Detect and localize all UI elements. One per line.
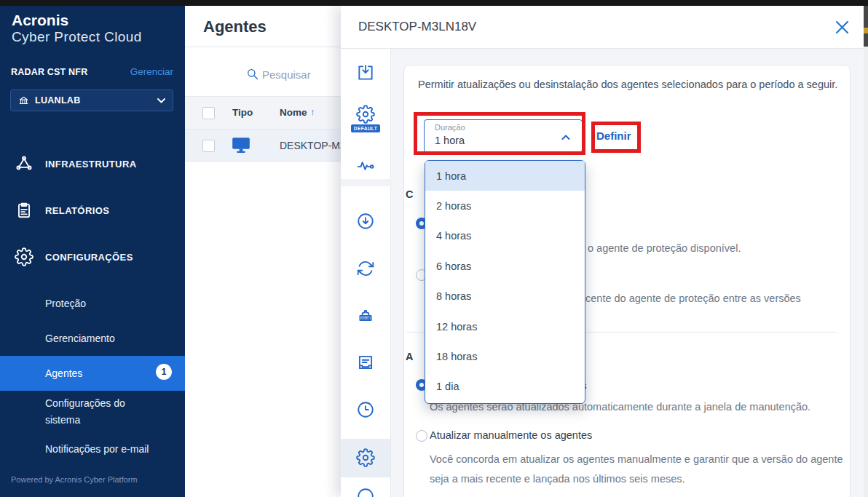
- brand-acronis: Acronis: [12, 12, 68, 29]
- duration-dropdown-list: 1 hora 2 horas 4 horas 6 horas 8 horas 1…: [425, 160, 585, 404]
- clipboard-icon: [15, 201, 33, 220]
- scrollbar-thumb[interactable]: [864, 6, 868, 47]
- sidebar-item-notificacoes-por-email[interactable]: Notificações por e-mail: [0, 438, 185, 460]
- table-header: Tipo Nome ↑: [185, 96, 341, 130]
- log-report-icon[interactable]: [356, 353, 375, 372]
- sidebar-item-infraestrutura[interactable]: INFRAESTRUTURA: [0, 151, 185, 176]
- dropdown-option-2-horas[interactable]: 2 horas: [425, 191, 585, 220]
- option1-description-fragment: o agente de proteção disponível.: [588, 242, 741, 254]
- sidebar-item-label: Gerenciamento: [45, 330, 115, 347]
- building-icon: [18, 95, 29, 106]
- hidden-section-heading-fragment: A: [406, 351, 413, 362]
- acronis-cyber-protect-screen: Acronis Cyber Protect Cloud RADAR CST NF…: [0, 0, 868, 497]
- sidebar-item-configuracoes[interactable]: CONFIGURAÇÕES: [0, 244, 185, 269]
- page-title: Agentes: [203, 17, 267, 36]
- powered-by-footer: Powered by Acronis Cyber Platform: [11, 475, 138, 484]
- option2-description-fragment: cente do agente de proteção entre as ver…: [585, 293, 801, 304]
- schedule-clock-icon[interactable]: [356, 400, 375, 419]
- count-badge: 1: [156, 364, 172, 380]
- sidebar-item-label: RELATÓRIOS: [45, 205, 109, 216]
- flyout-body: Permitir atualizações ou desinstalação d…: [391, 49, 868, 497]
- agent-update-settings-card: Permitir atualizações ou desinstalação d…: [403, 65, 851, 497]
- dropdown-option-12-horas[interactable]: 12 horas: [425, 311, 585, 341]
- column-header-tipo: Tipo: [232, 107, 253, 118]
- manual-update-label[interactable]: Atualizar manualmente os agentes: [430, 429, 592, 441]
- duration-label: Duração: [435, 123, 465, 132]
- flyout-toolbar: DEFAULT: [341, 49, 391, 497]
- agents-list-panel: Agentes Tipo Nome ↑ DESKTOP-M3LN18V: [185, 6, 341, 497]
- default-badge: DEFAULT: [351, 124, 380, 132]
- install-agent-icon[interactable]: [356, 63, 375, 82]
- dropdown-option-4-horas[interactable]: 4 horas: [425, 221, 585, 251]
- dropdown-option-1-hora[interactable]: 1 hora: [425, 161, 585, 191]
- sidebar-item-label: Configurações do sistema: [45, 395, 162, 429]
- sidebar-item-gerenciamento[interactable]: Gerenciamento: [0, 327, 185, 349]
- sync-refresh-icon[interactable]: [356, 259, 375, 278]
- sidebar-item-label: INFRAESTRUTURA: [45, 159, 136, 170]
- search-icon: [246, 68, 259, 80]
- activity-pulse-icon[interactable]: [356, 156, 375, 175]
- sidebar-item-label: Proteção: [45, 295, 86, 312]
- sort-ascending-icon[interactable]: ↑: [310, 106, 315, 117]
- sidebar-item-label: Notificações por e-mail: [45, 441, 149, 458]
- cleanup-brush-icon[interactable]: [356, 306, 375, 325]
- search-input[interactable]: [261, 63, 340, 86]
- duration-select[interactable]: Duração 1 hora: [424, 119, 583, 153]
- dropdown-option-6-horas[interactable]: 6 horas: [425, 251, 585, 281]
- scrollbar-marker: [864, 28, 868, 33]
- sidebar-item-protecao[interactable]: Proteção: [0, 293, 185, 314]
- sidebar-item-agentes[interactable]: Agentes 1: [0, 356, 185, 391]
- divider: [185, 47, 341, 47]
- support-chat-icon[interactable]: [356, 487, 375, 497]
- table-row[interactable]: DESKTOP-M3LN18V: [185, 130, 341, 162]
- gear-icon: [15, 247, 33, 266]
- maintenance-intro-text: Permitir atualizações ou desinstalação d…: [418, 75, 842, 95]
- sidebar: Acronis Cyber Protect Cloud RADAR CST NF…: [0, 6, 185, 497]
- sidebar-item-relatorios[interactable]: RELATÓRIOS: [0, 198, 185, 223]
- chevron-up-icon: [561, 135, 570, 140]
- download-updates-icon[interactable]: [356, 212, 375, 231]
- network-icon: [15, 154, 33, 173]
- dropdown-option-1-dia[interactable]: 1 dia: [425, 372, 585, 402]
- workspace-selector[interactable]: LUANLAB: [10, 90, 173, 111]
- account-name: RADAR CST NFR: [11, 67, 87, 77]
- scrollbar-track[interactable]: [864, 6, 868, 497]
- chevron-down-icon: [157, 98, 165, 103]
- radio-manual-update[interactable]: [416, 430, 427, 442]
- brand-cyber-protect-cloud: Cyber Protect Cloud: [12, 29, 142, 45]
- plan-gear-default-icon[interactable]: [356, 105, 375, 124]
- manage-link[interactable]: Gerenciar: [130, 66, 173, 77]
- sidebar-item-configuracoes-do-sistema[interactable]: Configurações do sistema: [0, 394, 185, 429]
- workspace-name: LUANLAB: [35, 95, 157, 106]
- definir-button[interactable]: Definir: [596, 130, 631, 142]
- manual-update-description: Você concorda em atualizar os agentes ma…: [430, 450, 852, 489]
- sidebar-item-label: Agentes: [45, 365, 82, 382]
- duration-value: 1 hora: [435, 135, 465, 146]
- hidden-section-heading-fragment: C: [406, 188, 413, 200]
- agent-details-flyout: DESKTOP-M3LN18V DEFAULT: [341, 6, 868, 497]
- flyout-header: DESKTOP-M3LN18V: [341, 6, 868, 49]
- close-icon[interactable]: [836, 21, 848, 33]
- window-top-bar: [0, 0, 868, 6]
- sidebar-item-label: CONFIGURAÇÕES: [45, 252, 133, 263]
- agent-name: DESKTOP-M3LN18V: [280, 140, 341, 151]
- row-checkbox[interactable]: [202, 140, 215, 152]
- flyout-title: DESKTOP-M3LN18V: [358, 20, 476, 34]
- column-header-nome[interactable]: Nome: [280, 107, 307, 118]
- workstation-monitor-icon: [230, 136, 252, 155]
- dropdown-option-18-horas[interactable]: 18 horas: [425, 341, 585, 371]
- dropdown-option-8-horas[interactable]: 8 horas: [425, 282, 585, 311]
- settings-gear-icon[interactable]: [356, 448, 375, 467]
- select-all-checkbox[interactable]: [202, 107, 215, 119]
